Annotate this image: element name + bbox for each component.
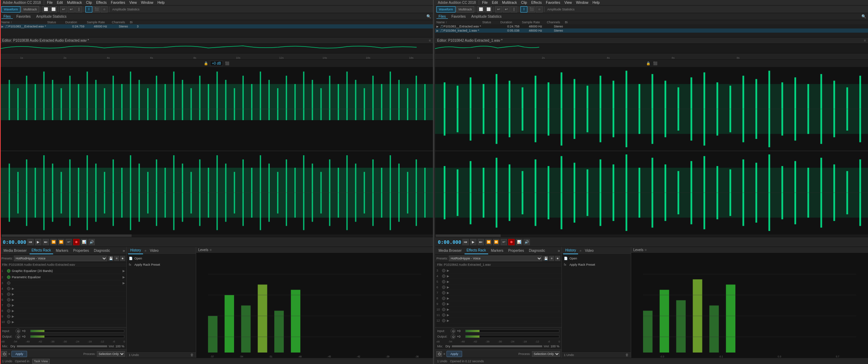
transport-skipback-2[interactable]: ⏮ [462, 239, 469, 245]
effects-tab-diagnostic-1[interactable]: Diagnostic [92, 247, 112, 254]
effects-tab-rack-1[interactable]: Effects Rack [30, 247, 53, 254]
mix-slider-2[interactable] [452, 345, 542, 347]
mix-slider-1[interactable] [17, 345, 107, 347]
effect-row-2-8[interactable]: 11 ▶ [435, 312, 561, 318]
effect-toggle-1-3[interactable] [7, 287, 10, 290]
effect-toggle-1-6[interactable] [7, 304, 10, 307]
effect-toggle-2-6[interactable] [442, 302, 445, 306]
presets-save-1[interactable]: 💾 [108, 256, 113, 261]
transport-rewind-2[interactable]: ⏪ [485, 239, 492, 245]
presets-menu-2[interactable]: ≡ [549, 256, 554, 261]
toolbar-select-1[interactable]: ⬛ [93, 6, 100, 13]
transport-fastfwd-1[interactable]: ⏩ [58, 239, 64, 245]
file-row-2-1[interactable]: ▶ 🎵 P101084_tracted_1.wav * 0:05.038 480… [435, 28, 868, 33]
fb-tab-ampstats-2[interactable]: Amplitude Statistics [469, 15, 503, 18]
transport-record-1[interactable]: ⏺ [73, 239, 80, 245]
effect-row-1-6[interactable]: 7 ▶ [0, 303, 126, 308]
hscroll-2[interactable] [435, 234, 868, 237]
effects-tab-media-2[interactable]: Media Browser [436, 247, 464, 254]
zoom-fit-2[interactable]: ⬛ [652, 61, 658, 66]
menu-clip-1[interactable]: Clip [84, 0, 94, 5]
transport-record-2[interactable]: ⏺ [508, 239, 515, 245]
hscroll-1[interactable] [0, 234, 433, 237]
menu-clip-2[interactable]: Clip [519, 0, 529, 5]
toolbar-icon-2b[interactable]: ⬜ [485, 6, 492, 13]
transport-meter-1[interactable]: 📊 [81, 239, 87, 245]
io-input-toggle-2[interactable]: ⏻ [451, 329, 456, 333]
effect-toggle-1-1[interactable] [7, 275, 10, 279]
toolbar-icon-2a[interactable]: ⬜ [477, 6, 484, 13]
history-tab-video-1[interactable]: Video [148, 247, 160, 254]
effect-toggle-1-5[interactable] [7, 298, 10, 301]
menu-edit-1[interactable]: Edit [55, 0, 65, 5]
fb-search-btn-2[interactable]: 🔍 [861, 14, 867, 19]
menu-edit-2[interactable]: Edit [490, 0, 500, 5]
effects-tab-properties-1[interactable]: Properties [71, 247, 91, 254]
transport-fastfwd-2[interactable]: ⏩ [493, 239, 499, 245]
menu-view-1[interactable]: View [127, 0, 139, 5]
power-btn-2[interactable]: ⏻ [436, 351, 442, 357]
effect-toggle-1-7[interactable] [7, 309, 10, 313]
transport-output-1[interactable]: 🔊 [89, 239, 95, 245]
menu-multitrack-1[interactable]: Multitrack [65, 0, 84, 5]
toolbar-cursor-1[interactable]: I [85, 6, 92, 13]
history-tab-video-2[interactable]: Video [583, 247, 595, 254]
eq-icon-1[interactable]: ≡ [8, 352, 10, 356]
effect-row-1-5[interactable]: 6 ▶ [0, 297, 126, 303]
effect-row-2-9[interactable]: 12 ▶ [435, 318, 561, 323]
history-item-1-1[interactable]: fx Apply Rack Preset [127, 262, 195, 268]
effect-row-1-4[interactable]: 5 ▶ [0, 291, 126, 297]
waveform-canvas-1[interactable]: // Generate waveform bars inline [0, 67, 433, 234]
transport-play-2[interactable]: ▶ [470, 239, 476, 245]
effect-row-2-7[interactable]: 10 ▶ [435, 307, 561, 312]
effect-row-2-3[interactable]: 6 ▶ [435, 284, 561, 290]
effect-toggle-2-8[interactable] [442, 313, 445, 317]
transport-play-1[interactable]: ▶ [35, 239, 41, 245]
effects-tab-rack-2[interactable]: Effects Rack [465, 247, 488, 254]
menu-help-1[interactable]: Help [156, 0, 167, 5]
menu-favorites-2[interactable]: Favorites [544, 0, 562, 5]
fb-search-btn-1[interactable]: 🔍 [426, 14, 432, 19]
toolbar-icon-1d[interactable]: ↩ [68, 6, 75, 13]
menu-window-2[interactable]: Window [574, 0, 590, 5]
toolbar-lasso-2[interactable]: ○ [536, 6, 543, 13]
transport-skipfwd-1[interactable]: ⏭ [43, 239, 49, 245]
menu-multitrack-2[interactable]: Multitrack [500, 0, 519, 5]
presets-save-2[interactable]: 💾 [543, 256, 548, 261]
history-tab-history-1[interactable]: History [128, 247, 143, 254]
menu-window-1[interactable]: Window [139, 0, 155, 5]
menu-file-1[interactable]: File [45, 0, 55, 5]
effect-toggle-2-2[interactable] [442, 280, 445, 283]
toolbar-icon-1e[interactable]: | [75, 6, 82, 13]
effect-toggle-1-9[interactable] [7, 320, 10, 324]
eq-icon-2[interactable]: ≡ [443, 352, 445, 356]
presets-star-2[interactable]: ★ [555, 256, 560, 261]
effect-row-1-7[interactable]: 8 ▶ [0, 308, 126, 314]
process-select-2[interactable]: Selection Only [532, 351, 560, 357]
power-btn-1[interactable]: ⏻ [1, 351, 7, 357]
effect-toggle-2-9[interactable] [442, 319, 445, 322]
io-output-toggle-2[interactable]: ⏻ [451, 334, 456, 339]
waveform-tab-2[interactable]: Waveform [436, 6, 456, 13]
toolbar-cursor-2[interactable]: I [520, 6, 527, 13]
fb-tab-files-2[interactable]: Files [436, 15, 448, 19]
menu-effects-1[interactable]: Effects [94, 0, 108, 5]
zoom-in-2[interactable]: 🔒 [645, 61, 651, 66]
history-item-2-1[interactable]: fx Apply Rack Preset [562, 262, 630, 268]
apply-btn-2[interactable]: Apply [446, 351, 462, 357]
menu-view-2[interactable]: View [562, 0, 574, 5]
effect-row-2-5[interactable]: 8 ▶ [435, 296, 561, 301]
menu-favorites-1[interactable]: Favorites [109, 0, 127, 5]
effect-row-1-1[interactable]: 2 Parametric Equalizer ▶ [0, 274, 126, 280]
effect-row-2-0[interactable]: 3 ▶ [435, 268, 561, 273]
transport-skipback-1[interactable]: ⏮ [27, 239, 34, 245]
effect-row-1-3[interactable]: 4 ▶ [0, 286, 126, 291]
effects-tab-diagnostic-2[interactable]: Diagnostic [527, 247, 547, 254]
toolbar-icon-1b[interactable]: ⬜ [50, 6, 57, 13]
toolbar-icon-2c[interactable]: ↩ [495, 6, 502, 13]
effect-toggle-2-7[interactable] [442, 308, 445, 311]
io-output-toggle-1[interactable]: ⏻ [16, 334, 20, 339]
file-row-2-0[interactable]: ▶ 🎵 P101083__Extracted.wav * 0:24.758 48… [435, 24, 868, 28]
process-select-1[interactable]: Selection Only [97, 351, 125, 357]
presets-star-1[interactable]: ★ [120, 256, 125, 261]
